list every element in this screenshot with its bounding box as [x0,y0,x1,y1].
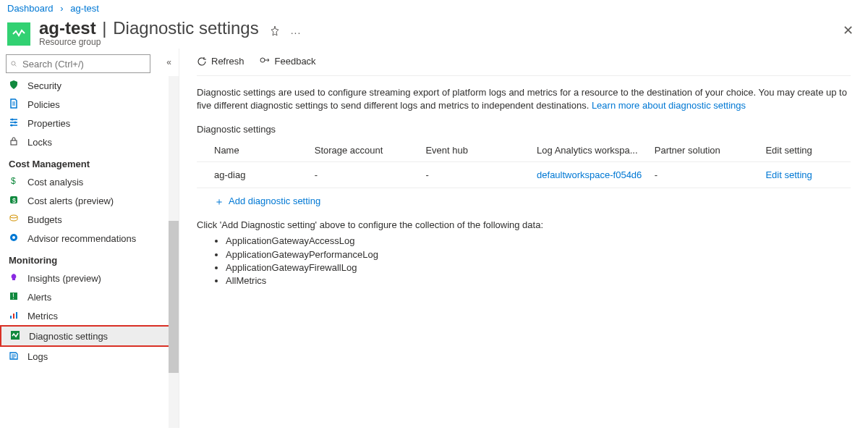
cell-law[interactable]: defaultworkspace-f054d6 [537,162,655,188]
hint-text: Click 'Add Diagnostic setting' above to … [197,219,851,230]
sidebar-item-alerts[interactable]: !Alerts [0,287,179,306]
lock-icon [9,136,20,148]
close-icon[interactable]: ✕ [843,22,854,38]
search-icon [11,59,17,69]
table-row: ag-diag--defaultworkspace-f054d6-Edit se… [197,162,851,188]
svg-point-0 [12,62,15,65]
nav-header-cost: Cost Management [0,151,179,172]
col-header: Event hub [425,139,537,162]
list-item: AllMetrics [226,274,851,287]
svg-text:$: $ [12,197,16,204]
sidebar-item-label: Security [27,80,61,91]
sidebar-item-logs[interactable]: Logs [0,347,179,366]
breadcrumb-current[interactable]: ag-test [70,3,99,14]
list-item: ApplicationGatewayAccessLog [226,235,851,248]
sidebar-item-security[interactable]: Security [0,76,179,95]
metrics-icon [9,310,20,321]
refresh-label: Refresh [211,56,244,67]
sidebar-item-diagnostic-settings[interactable]: Diagnostic settings [0,325,179,347]
sidebar-item-label: Cost alerts (preview) [27,196,114,206]
toolbar: Refresh Feedback [197,49,851,76]
sidebar-item-cost-alerts-preview-[interactable]: $Cost alerts (preview) [0,191,179,210]
col-header: Name [197,139,315,162]
nav-header-monitor: Monitoring [0,248,179,269]
add-diagnostic-label: Add diagnostic setting [229,196,320,206]
description: Diagnostic settings are used to configur… [197,76,851,119]
resource-group-icon [7,22,30,46]
sidebar-item-metrics[interactable]: Metrics [0,306,179,325]
sidebar-scrollbar-thumb[interactable] [169,221,179,373]
sidebar-item-policies[interactable]: Policies [0,95,179,114]
sidebar: « SecurityPoliciesPropertiesLocksCost Ma… [0,49,179,428]
sidebar-item-label: Policies [27,99,60,110]
search-input-wrap[interactable] [6,54,150,73]
col-header: Partner solution [655,139,766,162]
page-title: ag-test | Diagnostic settings [39,18,259,38]
refresh-button[interactable]: Refresh [197,56,244,67]
sliders-icon [9,117,20,129]
sidebar-item-label: Insights (preview) [27,273,101,284]
pin-icon[interactable] [269,25,281,40]
refresh-icon [197,56,207,67]
logs-icon [9,350,20,362]
more-icon[interactable]: ··· [291,27,302,38]
cell-partner: - [655,162,766,188]
svg-point-2 [12,119,14,121]
list-item: ApplicationGatewayFirewallLog [226,261,851,274]
cell-edit[interactable]: Edit setting [765,162,851,188]
sidebar-item-label: Advisor recommendations [27,233,136,244]
svg-point-3 [14,122,17,124]
title-light: Diagnostic settings [113,18,258,38]
svg-rect-15 [13,314,14,319]
add-diagnostic-button[interactable]: ＋ Add diagnostic setting [197,188,851,214]
sidebar-item-locks[interactable]: Locks [0,133,179,151]
breadcrumb: Dashboard › ag-test [0,0,868,17]
svg-point-18 [260,58,265,62]
chevron-right-icon: › [60,3,63,14]
svg-point-4 [11,125,13,127]
sidebar-item-label: Logs [27,351,48,362]
svg-point-11 [12,236,15,239]
sidebar-item-label: Diagnostic settings [29,331,108,342]
sidebar-nav: SecurityPoliciesPropertiesLocksCost Mana… [0,76,179,428]
title-strong: ag-test [39,18,96,38]
svg-text:$: $ [11,176,16,186]
bell-dollar-icon: $ [9,195,20,206]
cell-name: ag-diag [197,162,315,188]
plus-icon: ＋ [214,196,224,206]
feedback-label: Feedback [275,56,316,67]
learn-more-link[interactable]: Learn more about diagnostic settings [592,100,746,111]
col-header: Log Analytics workspa... [537,139,655,162]
sidebar-item-label: Metrics [27,311,58,321]
svg-text:!: ! [12,293,14,300]
collapse-sidebar-icon[interactable]: « [166,57,171,67]
cell-storage: - [315,162,426,188]
hint-list: ApplicationGatewayAccessLogApplicationGa… [214,235,851,287]
diag-table: NameStorage accountEvent hubLog Analytic… [197,139,851,188]
diag-icon [10,330,22,342]
feedback-icon [259,56,271,67]
shield-icon [9,80,20,91]
feedback-button[interactable]: Feedback [259,56,316,67]
search-input[interactable] [21,58,145,70]
sidebar-item-label: Properties [27,118,70,129]
advisor-icon [9,232,20,244]
sidebar-item-label: Locks [27,137,52,148]
sidebar-item-cost-analysis[interactable]: $Cost analysis [0,172,179,191]
coins-icon [9,214,20,225]
dollar-icon: $ [9,176,20,188]
page-header: ag-test | Diagnostic settings Resource g… [0,17,868,49]
sidebar-item-insights-preview-[interactable]: Insights (preview) [0,269,179,287]
breadcrumb-root[interactable]: Dashboard [7,3,54,14]
cell-event: - [425,162,537,188]
description-text: Diagnostic settings are used to configur… [197,87,847,111]
list-item: ApplicationGatewayPerformanceLog [226,248,851,261]
sidebar-item-advisor-recommendations[interactable]: Advisor recommendations [0,229,179,248]
main-content: Refresh Feedback Diagnostic settings are… [179,49,868,428]
sidebar-item-budgets[interactable]: Budgets [0,210,179,229]
page-subtitle: Resource group [39,37,259,47]
sidebar-item-label: Alerts [27,292,51,303]
sidebar-item-properties[interactable]: Properties [0,114,179,133]
bulb-icon [9,272,20,284]
svg-line-1 [15,65,17,67]
